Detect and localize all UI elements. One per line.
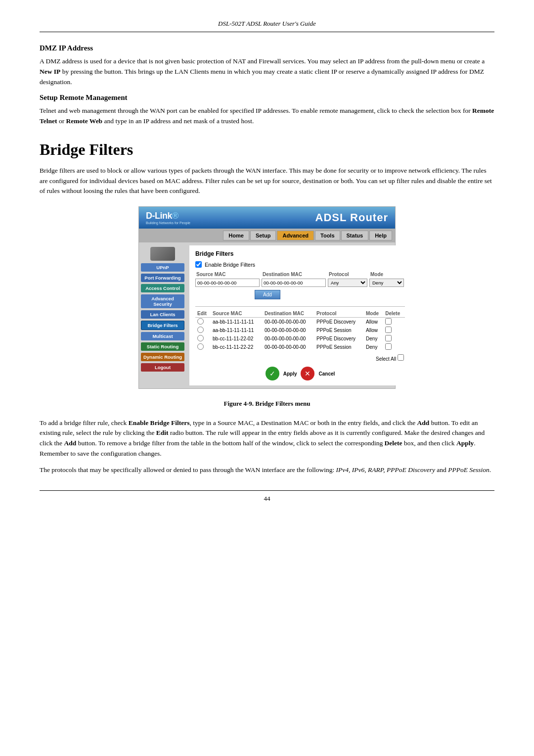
table-row: aa-bb-11-11-11-11 00-00-00-00-00-00 PPPo… bbox=[195, 326, 405, 334]
router-body: UPnP Port Forwarding Access Control Adva… bbox=[139, 242, 395, 388]
sidebar-btn-upnp[interactable]: UPnP bbox=[141, 263, 184, 272]
table-row: bb-cc-11-11-22-22 00-00-00-00-00-00 PPPo… bbox=[195, 343, 405, 351]
protocol-cell: PPPoE Session bbox=[314, 326, 364, 334]
nav-advanced[interactable]: Advanced bbox=[277, 231, 314, 240]
router-device-icon bbox=[148, 246, 178, 261]
mode-cell: Allow bbox=[364, 318, 383, 327]
brand-name: D-Link® bbox=[146, 211, 178, 221]
router-sidebar: UPnP Port Forwarding Access Control Adva… bbox=[139, 242, 186, 388]
nav-setup[interactable]: Setup bbox=[250, 231, 276, 240]
edit-radio[interactable] bbox=[197, 327, 204, 333]
filter-input-row: Any IPv4 IPv6 RARP PPPoE Discovery PPPoE… bbox=[195, 279, 405, 287]
sidebar-btn-access[interactable]: Access Control bbox=[141, 284, 184, 292]
tagline: Building Networks for People bbox=[146, 221, 190, 225]
page-number: 44 bbox=[264, 495, 270, 502]
nav-home[interactable]: Home bbox=[223, 231, 249, 240]
page-header: DSL-502T ADSL Router User's Guide bbox=[40, 20, 494, 32]
edit-radio[interactable] bbox=[197, 335, 204, 341]
col-delete: Delete bbox=[383, 310, 405, 318]
delete-checkbox[interactable] bbox=[385, 318, 392, 325]
mode-cell: Deny bbox=[364, 334, 383, 343]
filter-table-header: Source MAC Destination MAC Protocol Mode bbox=[195, 272, 405, 277]
select-all-row: Select All bbox=[195, 354, 405, 362]
nav-help[interactable]: Help bbox=[369, 231, 392, 240]
col-dest: Destination MAC bbox=[263, 310, 314, 318]
sidebar-btn-staticrouting[interactable]: Static Routing bbox=[141, 342, 184, 351]
header-title: DSL-502T ADSL Router User's Guide bbox=[218, 20, 316, 27]
mode-cell: Allow bbox=[364, 326, 383, 334]
col-mode: Mode bbox=[364, 310, 383, 318]
mode-select[interactable]: Deny Allow bbox=[369, 279, 404, 287]
col-source: Source MAC bbox=[211, 310, 263, 318]
source-mac-cell: bb-cc-11-11-22-22 bbox=[211, 343, 263, 351]
enable-bridge-checkbox[interactable] bbox=[195, 261, 202, 268]
router-header: D-Link® Building Networks for People ADS… bbox=[139, 207, 395, 229]
cancel-label: Cancel bbox=[318, 371, 335, 377]
protocol-cell: PPPoE Session bbox=[314, 343, 364, 351]
protocol-select[interactable]: Any IPv4 IPv6 RARP PPPoE Discovery PPPoE… bbox=[328, 279, 367, 287]
nav-tools[interactable]: Tools bbox=[315, 231, 340, 240]
apply-label: Apply bbox=[283, 371, 297, 377]
router-nav: Home Setup Advanced Tools Status Help bbox=[139, 229, 395, 242]
mode-cell: Deny bbox=[364, 343, 383, 351]
dest-mac-input[interactable] bbox=[262, 279, 326, 287]
source-mac-input[interactable] bbox=[195, 279, 260, 287]
table-row: aa-bb-11-11-11-11 00-00-00-00-00-00 PPPo… bbox=[195, 318, 405, 327]
edit-table: Edit Source MAC Destination MAC Protocol… bbox=[195, 310, 405, 351]
sidebar-btn-lanclients[interactable]: Lan Clients bbox=[141, 310, 184, 319]
main-title: Bridge Filters bbox=[40, 141, 494, 159]
body-text-2: The protocols that may be specifically a… bbox=[40, 465, 494, 475]
sidebar-btn-logout[interactable]: Logout bbox=[141, 363, 184, 372]
edit-radio[interactable] bbox=[197, 343, 204, 350]
protocol-cell: PPPoE Discovery bbox=[314, 334, 364, 343]
dest-mac-cell: 00-00-00-00-00-00 bbox=[263, 343, 314, 351]
dest-mac-cell: 00-00-00-00-00-00 bbox=[263, 326, 314, 334]
figure-caption: Figure 4-9. Bridge Filters menu bbox=[40, 399, 494, 409]
select-all-label: Select All bbox=[376, 356, 396, 362]
router-screenshot: D-Link® Building Networks for People ADS… bbox=[138, 206, 396, 389]
source-mac-cell: aa-bb-11-11-11-11 bbox=[211, 318, 263, 327]
intro-text: Bridge filters are used to block or allo… bbox=[40, 166, 494, 197]
delete-checkbox[interactable] bbox=[385, 327, 392, 333]
nav-status[interactable]: Status bbox=[341, 231, 369, 240]
edit-radio[interactable] bbox=[197, 318, 204, 325]
apply-row: ✓ Apply ✕ Cancel bbox=[195, 367, 405, 380]
select-all-checkbox[interactable] bbox=[398, 354, 404, 361]
body-text-1: To add a bridge filter rule, check Enabl… bbox=[40, 418, 494, 460]
apply-icon: ✓ bbox=[266, 367, 279, 380]
dmz-title: DMZ IP Address bbox=[40, 44, 494, 52]
sidebar-btn-portfwd[interactable]: Port Forwarding bbox=[141, 274, 184, 282]
add-button[interactable]: Add bbox=[255, 290, 280, 299]
bridge-filters-heading: Bridge Filters bbox=[195, 250, 405, 257]
source-mac-cell: bb-cc-11-11-22-02 bbox=[211, 334, 263, 343]
page-footer: 44 bbox=[40, 490, 494, 503]
dmz-body: A DMZ address is used for a device that … bbox=[40, 56, 494, 88]
dest-mac-cell: 00-00-00-00-00-00 bbox=[263, 318, 314, 327]
enable-bridge-row: Enable Bridge Filters bbox=[195, 261, 405, 268]
delete-checkbox[interactable] bbox=[385, 343, 392, 350]
sidebar-btn-dynamicrouting[interactable]: Dynamic Routing bbox=[141, 353, 184, 361]
remote-title: Setup Remote Management bbox=[40, 94, 494, 102]
enable-bridge-label: Enable Bridge Filters bbox=[205, 262, 255, 268]
router-main-content: Bridge Filters Enable Bridge Filters Sou… bbox=[189, 245, 411, 385]
cancel-icon: ✕ bbox=[301, 367, 314, 380]
col-edit: Edit bbox=[195, 310, 211, 318]
sidebar-btn-multicast[interactable]: Multicast bbox=[141, 332, 184, 340]
router-title: ADSL Router bbox=[315, 211, 389, 224]
remote-body: Telnet and web management through the WA… bbox=[40, 106, 494, 127]
col-protocol: Protocol bbox=[314, 310, 364, 318]
sidebar-btn-advsec[interactable]: Advanced Security bbox=[141, 294, 184, 308]
source-mac-cell: aa-bb-11-11-11-11 bbox=[211, 326, 263, 334]
dlink-logo: D-Link® Building Networks for People bbox=[146, 211, 190, 225]
dest-mac-cell: 00-00-00-00-00-00 bbox=[263, 334, 314, 343]
delete-checkbox[interactable] bbox=[385, 335, 392, 341]
sidebar-btn-bridgefilters[interactable]: Bridge Filters bbox=[141, 321, 184, 330]
table-row: bb-cc-11-11-22-02 00-00-00-00-00-00 PPPo… bbox=[195, 334, 405, 343]
protocol-cell: PPPoE Discovery bbox=[314, 318, 364, 327]
